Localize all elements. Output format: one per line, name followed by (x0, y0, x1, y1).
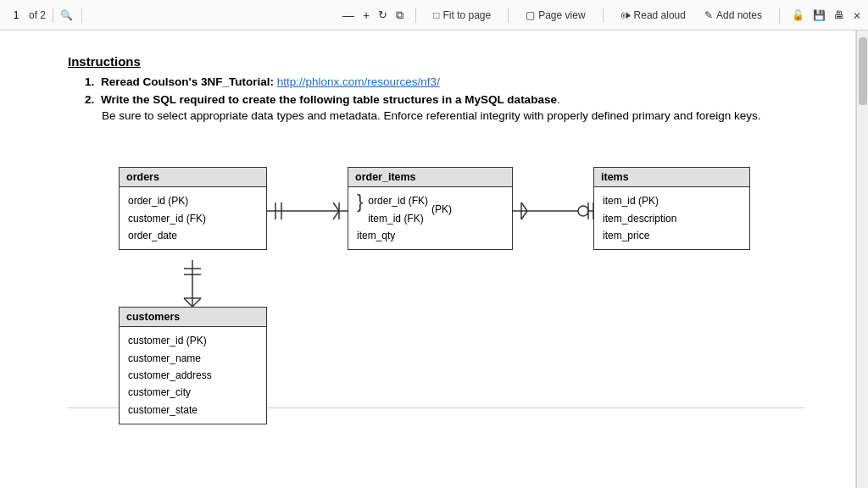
order-items-field-order-id: order_id (FK) (368, 192, 428, 209)
items-entity: items item_id (PK) item_description item… (593, 167, 750, 250)
share-icon[interactable]: 🔓 (792, 9, 804, 21)
orders-field-1: order_id (PK) (128, 192, 258, 209)
fit-page-button[interactable]: □ Fit to page (428, 8, 496, 23)
orders-title: orders (120, 168, 266, 187)
more-icon[interactable]: ⨯ (853, 9, 861, 21)
fit-page-label: Fit to page (442, 9, 491, 21)
order-items-entity: order_items } order_id (FK) item_id (FK)… (348, 167, 513, 250)
brace-container: } (357, 192, 363, 211)
customers-body: customer_id (PK) customer_name customer_… (120, 327, 266, 424)
minimize-icon[interactable]: — (342, 8, 354, 22)
svg-line-8 (521, 202, 527, 211)
scrollbar-thumb[interactable] (859, 37, 867, 105)
orders-field-2: customer_id (FK) (128, 210, 258, 227)
list-number-2: 2. (85, 93, 94, 106)
separator (53, 8, 53, 23)
customers-field-5: customer_state (128, 402, 258, 419)
main-area: Instructions 1. Reread Coulson's 3NF_Tut… (0, 30, 868, 488)
list-item-1: 1. Reread Coulson's 3NF_Tutorial: http:/… (85, 75, 804, 88)
item2-suffix: . (557, 93, 560, 106)
item1-text: Reread Coulson's 3NF_Tutorial: (101, 75, 277, 88)
order-items-title: order_items (348, 168, 512, 187)
page-view-label: Page view (538, 9, 585, 21)
search-icon[interactable]: 🔍 (60, 9, 73, 21)
order-items-body: } order_id (FK) item_id (FK) (PK) item_q… (348, 187, 512, 249)
customers-entity: customers customer_id (PK) customer_name… (119, 307, 267, 424)
orders-entity: orders order_id (PK) customer_id (FK) or… (119, 167, 267, 250)
print-icon[interactable]: 🖶 (834, 9, 844, 21)
add-notes-label: Add notes (716, 9, 762, 21)
item1-link[interactable]: http://phlonx.com/resources/nf3/ (277, 75, 440, 88)
customers-title: customers (120, 308, 266, 327)
pk-indicator: (PK) (431, 201, 452, 218)
read-aloud-label: Read aloud (634, 9, 686, 21)
list-number-1: 1. (85, 75, 94, 88)
list-item-2: 2. Write the SQL required to create the … (85, 93, 804, 125)
svg-line-18 (192, 298, 201, 307)
items-field-2: item_description (603, 210, 741, 227)
svg-line-4 (333, 202, 339, 211)
page-number-input[interactable]: 1 (7, 9, 25, 21)
items-field-3: item_price (603, 227, 741, 244)
items-field-1: item_id (PK) (603, 192, 741, 209)
toolbar: 1 of 2 🔍 — + ↻ ⧉ □ Fit to page ▢ Page vi… (0, 0, 868, 30)
erd-diagram: orders order_id (PK) customer_id (FK) or… (68, 150, 804, 404)
page-view-button[interactable]: ▢ Page view (520, 8, 590, 23)
separator2 (81, 8, 82, 23)
items-body: item_id (PK) item_description item_price (594, 187, 749, 249)
separator6 (779, 8, 780, 23)
svg-point-10 (578, 206, 588, 216)
add-notes-icon: ✎ (704, 9, 713, 21)
undo-icon[interactable]: ↻ (378, 8, 387, 21)
toolbar-actions: — + ↻ ⧉ □ Fit to page ▢ Page view 🕪 Read… (342, 8, 861, 23)
instructions-heading: Instructions (68, 54, 804, 69)
add-notes-button[interactable]: ✎ Add notes (699, 8, 767, 23)
customers-field-2: customer_name (128, 350, 258, 367)
order-items-field-item-id: item_id (FK) (368, 210, 428, 227)
customers-field-3: customer_address (128, 367, 258, 384)
separator4 (508, 8, 509, 23)
page-total: of 2 (29, 9, 46, 21)
svg-line-5 (333, 211, 339, 219)
plus-icon[interactable]: + (363, 8, 370, 22)
page-navigation: 1 of 2 🔍 (7, 8, 73, 23)
svg-line-9 (521, 211, 527, 219)
order-items-field-qty: item_qty (357, 227, 504, 244)
page-view-icon: ▢ (526, 9, 535, 21)
orders-body: order_id (PK) customer_id (FK) order_dat… (120, 187, 266, 249)
scrollbar[interactable] (856, 30, 868, 488)
order-items-field-1: } order_id (FK) item_id (FK) (PK) (357, 192, 504, 227)
separator5 (603, 8, 604, 23)
item2-bold-text: Write the SQL required to create the fol… (101, 93, 557, 106)
items-title: items (594, 168, 749, 187)
customers-field-4: customer_city (128, 384, 258, 401)
cursor-icon[interactable]: ⧉ (396, 8, 403, 22)
orders-field-3: order_date (128, 227, 258, 244)
item2-subtext: Be sure to select appropriate data types… (85, 108, 804, 125)
separator3 (415, 8, 416, 23)
document-page: Instructions 1. Reread Coulson's 3NF_Tut… (0, 30, 856, 488)
fit-page-icon: □ (433, 9, 439, 21)
save-icon[interactable]: 💾 (813, 9, 826, 21)
read-aloud-icon: 🕪 (620, 9, 631, 21)
read-aloud-button[interactable]: 🕪 Read aloud (615, 8, 691, 23)
customers-field-1: customer_id (PK) (128, 332, 258, 349)
instructions-list: 1. Reread Coulson's 3NF_Tutorial: http:/… (68, 75, 804, 125)
svg-line-17 (184, 298, 192, 307)
